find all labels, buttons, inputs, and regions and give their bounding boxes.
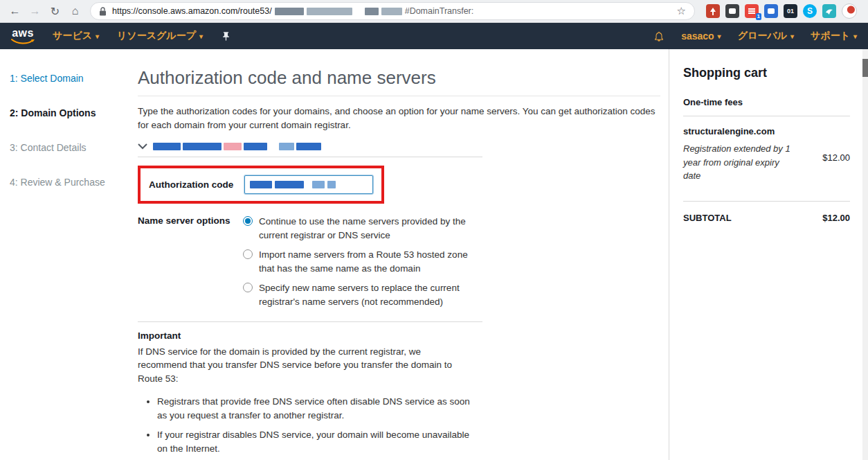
- extensions-row: 1 01 S: [700, 3, 862, 19]
- nav-support-menu[interactable]: サポート▾: [811, 30, 857, 42]
- step-domain-options: 2: Domain Options: [10, 107, 128, 118]
- step-contact-details: 3: Contact Details: [10, 142, 128, 153]
- domain-expander-row[interactable]: [138, 143, 482, 157]
- subtotal-label: SUBTOTAL: [683, 213, 732, 223]
- page-title: Authorization code and name servers: [138, 67, 660, 89]
- shopping-cart-panel: Shopping cart One-time fees structuralen…: [669, 49, 868, 460]
- url-text: https://console.aws.amazon.com/route53/ …: [112, 6, 671, 16]
- name-server-options-group: Continue to use the name servers provide…: [243, 215, 471, 308]
- name-server-options-label: Name server options: [138, 215, 243, 308]
- redacted-domain-name: [153, 143, 321, 150]
- cart-item-description: Registration extended by 1 year from ori…: [683, 142, 793, 183]
- navbar-right-group: sasaco▾ グローバル▾ サポート▾: [653, 30, 857, 42]
- redacted-auth-code: [275, 181, 304, 188]
- cart-line-item: Registration extended by 1 year from ori…: [683, 142, 850, 183]
- teal-extension-icon[interactable]: [822, 4, 836, 18]
- bookmark-star-icon[interactable]: ☆: [671, 5, 686, 17]
- radio-button[interactable]: [243, 216, 253, 226]
- chat-extension-icon[interactable]: [725, 4, 739, 18]
- chevron-down-icon: ▾: [853, 33, 857, 40]
- nav-services[interactable]: サービス▾: [53, 30, 99, 42]
- bullet-item: Registrars that provide free DNS service…: [157, 395, 470, 422]
- step-review-purchase: 4: Review & Purchase: [10, 177, 128, 188]
- redacted-auth-code: [312, 181, 325, 188]
- skype-extension-icon[interactable]: S: [803, 4, 817, 18]
- pin-icon[interactable]: [221, 31, 231, 42]
- chevron-down-icon: ▾: [199, 33, 203, 40]
- chevron-down-icon: ▾: [718, 33, 721, 40]
- browser-toolbar: ← → ↻ ⌂ https://console.aws.amazon.com/r…: [0, 0, 868, 23]
- one-time-fees-label: One-time fees: [683, 97, 850, 107]
- redacted-auth-code: [327, 181, 336, 188]
- page-content: 1: Select Domain 2: Domain Options 3: Co…: [0, 49, 868, 460]
- pdf-extension-icon[interactable]: [706, 4, 720, 18]
- section-divider: [138, 321, 482, 322]
- authorization-code-input[interactable]: [244, 175, 373, 194]
- radio-button[interactable]: [243, 249, 253, 259]
- important-text: If DNS service for the domain is provide…: [138, 345, 471, 386]
- url-redaction: [365, 8, 379, 15]
- nav-region-menu[interactable]: グローバル▾: [738, 30, 794, 42]
- url-redaction: [381, 8, 402, 15]
- aws-console-navbar: aws サービス▾ リソースグループ▾ sasaco▾ グローバル▾ サポート▾: [0, 23, 868, 49]
- back-icon[interactable]: ←: [6, 2, 24, 21]
- nav-account-menu[interactable]: sasaco▾: [681, 30, 721, 42]
- forward-icon[interactable]: →: [26, 2, 44, 21]
- radio-option-specify-new[interactable]: Specify new name servers to replace the …: [243, 281, 471, 308]
- radio-option-continue-registrar[interactable]: Continue to use the name servers provide…: [243, 215, 471, 242]
- cart-item-price: $12.00: [822, 142, 850, 183]
- notifications-bell-icon[interactable]: [653, 30, 664, 42]
- chevron-expand-icon: [138, 143, 147, 150]
- vertical-scrollbar[interactable]: [862, 49, 868, 460]
- redacted-auth-code: [250, 181, 272, 188]
- url-redaction: [307, 8, 352, 15]
- chevron-down-icon: ▾: [96, 33, 99, 40]
- home-icon[interactable]: ⌂: [66, 2, 84, 21]
- radio-option-import-route53[interactable]: Import name servers from a Route 53 host…: [243, 248, 471, 275]
- bullet-item: If your registrar disables DNS service, …: [157, 428, 470, 455]
- address-bar[interactable]: https://console.aws.amazon.com/route53/ …: [90, 2, 695, 20]
- authorization-code-annotation: Authorization code: [138, 166, 384, 204]
- main-panel: Authorization code and name servers Type…: [128, 49, 669, 460]
- wizard-steps: 1: Select Domain 2: Domain Options 3: Co…: [0, 49, 128, 460]
- shopping-cart-title: Shopping cart: [683, 66, 850, 80]
- cart-domain-name: structuralengine.com: [683, 126, 850, 136]
- cart-divider: [683, 116, 850, 116]
- aws-logo[interactable]: aws: [11, 28, 35, 45]
- radio-button[interactable]: [243, 283, 253, 292]
- important-bullet-list: Registrars that provide free DNS service…: [157, 395, 470, 460]
- extension-badge: 1: [756, 13, 761, 20]
- aws-smile-icon: [11, 39, 35, 45]
- authorization-code-label: Authorization code: [149, 179, 233, 190]
- 01-extension-icon[interactable]: 01: [784, 4, 797, 18]
- cart-divider: [683, 201, 850, 202]
- url-redaction: [275, 8, 304, 15]
- important-heading: Important: [138, 330, 660, 341]
- red-extension-icon[interactable]: 1: [745, 4, 759, 18]
- subtotal-value: $12.00: [822, 213, 850, 223]
- profile-avatar[interactable]: [842, 3, 857, 19]
- scrollbar-thumb[interactable]: [862, 59, 868, 77]
- cart-subtotal-row: SUBTOTAL $12.00: [683, 211, 850, 223]
- lock-icon: [99, 7, 107, 16]
- nav-resource-groups[interactable]: リソースグループ▾: [117, 30, 203, 42]
- title-divider: [138, 96, 660, 96]
- name-server-options-section: Name server options Continue to use the …: [138, 215, 660, 308]
- reload-icon[interactable]: ↻: [46, 2, 64, 21]
- blue-extension-icon[interactable]: [764, 4, 778, 18]
- step-select-domain[interactable]: 1: Select Domain: [10, 73, 128, 84]
- chevron-down-icon: ▾: [790, 33, 794, 40]
- page-description: Type the authorization codes for your do…: [138, 105, 655, 132]
